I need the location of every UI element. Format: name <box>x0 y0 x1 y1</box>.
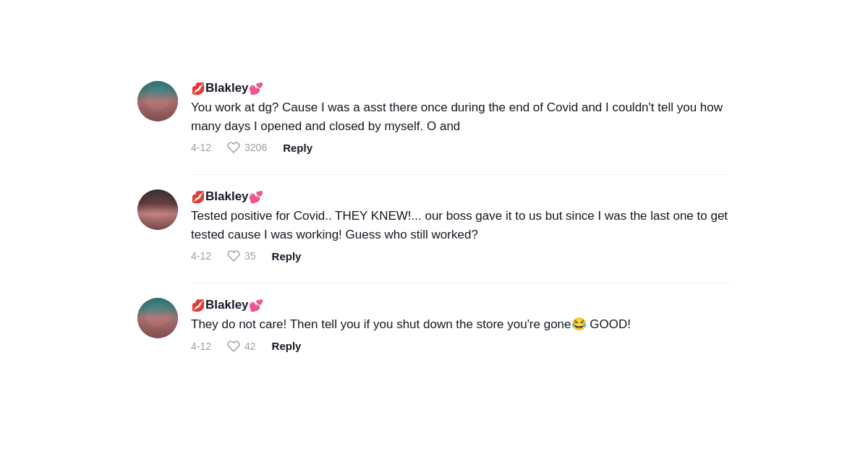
reply-button[interactable]: Reply <box>272 250 302 262</box>
avatar <box>137 81 178 121</box>
comment-text: You work at dg? Cause I was a asst there… <box>191 98 731 135</box>
username-prefix-emoji: 💋 <box>191 190 205 204</box>
comment-item: 💋 Blakley 💕 They do not care! Then tell … <box>137 298 731 353</box>
comment-meta: 4-12 3206 Reply <box>191 141 731 154</box>
comments-container: 💋 Blakley 💕 You work at dg? Cause I was … <box>109 59 760 395</box>
reply-button[interactable]: Reply <box>283 142 312 154</box>
username-prefix-emoji: 💋 <box>191 299 205 312</box>
comment-likes[interactable]: 3206 <box>227 141 267 154</box>
avatar <box>137 189 178 230</box>
username: Blakley <box>205 298 249 312</box>
comment-body: 💋 Blakley 💕 Tested positive for Covid.. … <box>191 189 731 262</box>
comment-item: 💋 Blakley 💕 Tested positive for Covid.. … <box>137 189 731 262</box>
heart-icon <box>227 141 240 154</box>
likes-count: 35 <box>244 250 256 262</box>
avatar <box>137 298 178 338</box>
comment-body: 💋 Blakley 💕 They do not care! Then tell … <box>191 298 731 353</box>
comment-body: 💋 Blakley 💕 You work at dg? Cause I was … <box>191 81 731 154</box>
username-row: 💋 Blakley 💕 <box>191 189 731 204</box>
comment-date: 4-12 <box>191 142 211 153</box>
comment-text: They do not care! Then tell you if you s… <box>191 315 731 334</box>
username: Blakley <box>205 189 249 204</box>
username-suffix-emoji: 💕 <box>249 299 263 312</box>
comment-likes[interactable]: 42 <box>227 340 256 353</box>
comment-item: 💋 Blakley 💕 You work at dg? Cause I was … <box>137 81 731 154</box>
comment-divider <box>191 174 731 175</box>
username-row: 💋 Blakley 💕 <box>191 298 731 312</box>
username-row: 💋 Blakley 💕 <box>191 81 731 95</box>
comment-text: Tested positive for Covid.. THEY KNEW!..… <box>191 207 731 244</box>
username-suffix-emoji: 💕 <box>249 82 263 95</box>
comment-date: 4-12 <box>191 340 211 352</box>
likes-count: 42 <box>244 340 256 352</box>
comment-meta: 4-12 35 Reply <box>191 249 731 262</box>
comment-likes[interactable]: 35 <box>227 249 256 262</box>
username: Blakley <box>205 81 249 95</box>
reply-button[interactable]: Reply <box>272 340 302 352</box>
comment-meta: 4-12 42 Reply <box>191 340 731 353</box>
comment-date: 4-12 <box>191 250 211 262</box>
username-prefix-emoji: 💋 <box>191 82 205 95</box>
heart-icon <box>227 249 240 262</box>
heart-icon <box>227 340 240 353</box>
username-suffix-emoji: 💕 <box>249 190 263 204</box>
comment-divider <box>191 283 731 283</box>
likes-count: 3206 <box>244 142 267 153</box>
